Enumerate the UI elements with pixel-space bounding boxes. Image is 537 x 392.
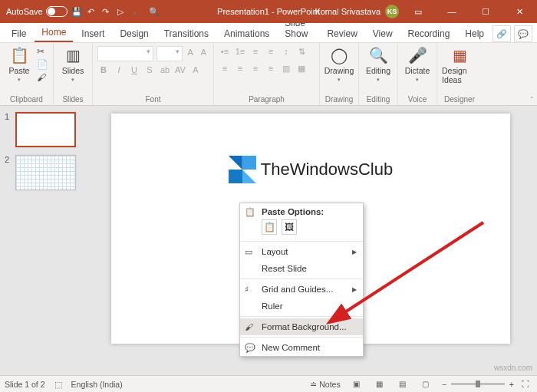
ctx-new-comment-label: New Comment (262, 343, 320, 352)
drawing-button[interactable]: ◯ Drawing ▾ (325, 46, 354, 83)
copy-icon[interactable]: 📄 (37, 59, 48, 70)
smartart-icon[interactable]: ▦ (295, 63, 308, 77)
collapse-ribbon-icon[interactable]: ˄ (530, 96, 534, 104)
paste-picture-icon[interactable]: 🖼 (282, 219, 297, 235)
design-ideas-label: Design Ideas (442, 66, 477, 84)
columns-icon[interactable]: ▥ (280, 63, 292, 77)
tab-recording[interactable]: Recording (401, 25, 457, 42)
paste-label: Paste (9, 66, 30, 75)
redo-icon[interactable]: ↷ (100, 7, 112, 17)
zoom-control: − + ⛶ (442, 378, 532, 390)
autosave-switch[interactable] (46, 6, 68, 17)
search-icon[interactable]: 🔍 (149, 7, 160, 17)
slide-position[interactable]: Slide 1 of 2 (5, 380, 45, 389)
align-right-icon[interactable]: ≡ (249, 63, 262, 77)
start-from-beginning-icon[interactable]: ▷ (114, 7, 127, 17)
indent-inc-icon[interactable]: ≡ (265, 46, 277, 60)
slideshow-view-icon[interactable]: ▢ (419, 378, 433, 390)
close-icon[interactable]: ✕ (505, 0, 534, 23)
save-icon[interactable]: 💾 (71, 7, 83, 17)
user-avatar[interactable]: KS (385, 5, 399, 18)
normal-view-icon[interactable]: ▣ (350, 378, 364, 390)
slides-label: Slides (62, 66, 84, 75)
design-ideas-button[interactable]: ▦ Design Ideas (442, 46, 477, 84)
justify-icon[interactable]: ≡ (265, 63, 277, 77)
qat-more-icon[interactable]: ▾ (129, 10, 141, 16)
thumb-1-preview[interactable] (15, 112, 76, 147)
grid-icon: ♯ (245, 285, 249, 295)
drawing-group-label: Drawing (325, 94, 354, 104)
italic-icon[interactable]: I (113, 64, 125, 78)
line-spacing-icon[interactable]: ↕ (280, 46, 292, 60)
shadow-icon[interactable]: ab (159, 64, 171, 78)
zoom-in-icon[interactable]: + (509, 380, 514, 389)
paste-use-destination-icon[interactable]: 📋 (262, 219, 277, 235)
tab-review[interactable]: Review (320, 25, 364, 42)
font-size-select[interactable] (156, 46, 183, 61)
maximize-icon[interactable]: ☐ (471, 0, 500, 23)
quick-access-toolbar: 💾 ↶ ↷ ▷ ▾ (71, 7, 141, 17)
bullets-icon[interactable]: •≡ (219, 46, 231, 60)
tab-transitions[interactable]: Transitions (157, 25, 216, 42)
reading-view-icon[interactable]: ▤ (396, 378, 410, 390)
tab-insert[interactable]: Insert (74, 25, 111, 42)
tab-view[interactable]: View (366, 25, 400, 42)
dictate-button[interactable]: 🎤 Dictate ▾ (403, 46, 432, 83)
align-left-icon[interactable]: ≡ (219, 63, 231, 77)
slide-content: TheWindowsClub (229, 156, 393, 183)
undo-icon[interactable]: ↶ (85, 7, 97, 17)
font-color-icon[interactable]: A (189, 64, 202, 78)
thumb-1-number: 1 (5, 112, 12, 147)
ctx-layout[interactable]: ▭ Layout ▶ (240, 243, 363, 260)
underline-icon[interactable]: U (128, 64, 140, 78)
paste-button[interactable]: 📋 Paste ▾ (5, 46, 34, 83)
ctx-ruler[interactable]: Ruler (240, 298, 363, 315)
slides-button[interactable]: ▥ Slides ▾ (58, 46, 87, 83)
ctx-grid-guides[interactable]: ♯ Grid and Guides... ▶ (240, 281, 363, 298)
mic-icon: 🎤 (408, 46, 427, 64)
minimize-icon[interactable]: — (437, 0, 466, 23)
tab-file[interactable]: File (5, 25, 33, 42)
thumbnail-1[interactable]: 1 (5, 112, 76, 147)
format-bg-icon: 🖌 (245, 322, 253, 331)
tab-animations[interactable]: Animations (217, 25, 276, 42)
watermark: wsxdn.com (494, 364, 532, 372)
notes-button[interactable]: ≐ Notes (310, 380, 340, 389)
text-direction-icon[interactable]: ⇅ (295, 46, 308, 60)
thumbnail-2[interactable]: 2 (5, 155, 76, 190)
group-drawing: ◯ Drawing ▾ Drawing (320, 43, 359, 105)
strike-icon[interactable]: S (143, 64, 156, 78)
share-icon[interactable]: 🔗 (493, 25, 511, 42)
accessibility-icon[interactable]: ⬚ (54, 380, 62, 389)
align-center-icon[interactable]: ≡ (234, 63, 246, 77)
zoom-out-icon[interactable]: − (442, 380, 446, 389)
comments-icon[interactable]: 💬 (514, 25, 532, 42)
cut-icon[interactable]: ✂ (37, 46, 48, 57)
increase-font-icon[interactable]: A (186, 47, 196, 61)
indent-dec-icon[interactable]: ≡ (249, 46, 262, 60)
bold-icon[interactable]: B (97, 64, 110, 78)
slide-thumbnails-pane[interactable]: 1 2 (0, 106, 81, 375)
editing-button[interactable]: 🔍 Editing ▾ (364, 46, 393, 83)
tab-help[interactable]: Help (458, 25, 491, 42)
thumb-2-preview[interactable] (15, 155, 76, 190)
autosave-toggle[interactable]: AutoSave (6, 6, 68, 17)
tab-design[interactable]: Design (113, 25, 155, 42)
submenu-arrow-icon: ▶ (352, 286, 357, 293)
decrease-font-icon[interactable]: A (199, 47, 209, 61)
slide-sorter-icon[interactable]: ▦ (373, 378, 387, 390)
spacing-icon[interactable]: AV (174, 64, 186, 78)
ctx-format-background[interactable]: 🖌 Format Background... (240, 318, 363, 335)
zoom-slider[interactable] (451, 383, 505, 385)
group-paragraph: •≡ 1≡ ≡ ≡ ↕ ⇅ ≡ ≡ ≡ ≡ ▥ ▦ Paragraph (214, 43, 320, 105)
format-painter-icon[interactable]: 🖌 (37, 72, 48, 83)
ctx-new-comment[interactable]: 💬 New Comment (240, 339, 363, 356)
tab-home[interactable]: Home (35, 24, 73, 42)
ribbon-display-icon[interactable]: ▭ (404, 0, 433, 23)
numbering-icon[interactable]: 1≡ (234, 46, 246, 60)
ctx-reset-slide[interactable]: Reset Slide (240, 260, 363, 277)
fit-to-window-icon[interactable]: ⛶ (519, 378, 532, 390)
ctx-format-bg-label: Format Background... (262, 322, 347, 331)
font-family-select[interactable] (97, 46, 153, 61)
language-status[interactable]: English (India) (71, 380, 123, 389)
